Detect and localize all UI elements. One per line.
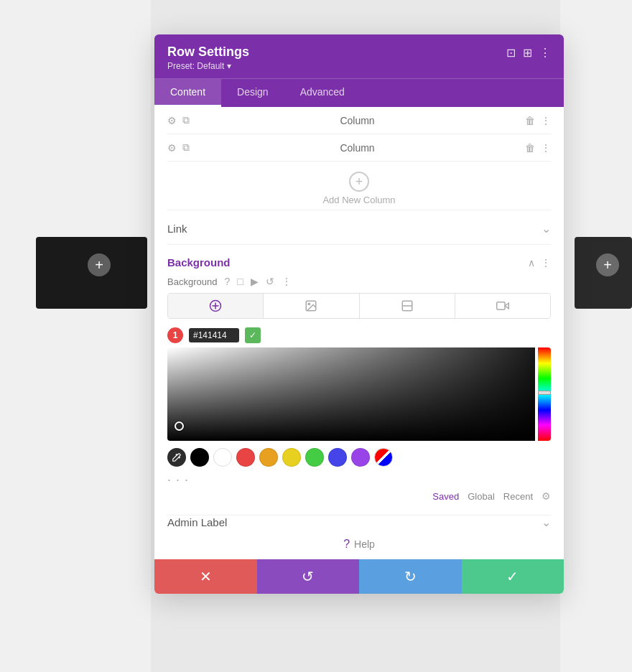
undo-icon: ↺ (302, 568, 314, 585)
swatch-orange[interactable] (259, 448, 278, 467)
column-more-icon[interactable]: ⋮ (541, 115, 551, 126)
help-row: ? Help (154, 529, 564, 559)
left-background-panel (0, 0, 151, 672)
bg-tab-color[interactable] (168, 294, 264, 318)
delete-icon-2[interactable]: 🗑 (525, 142, 535, 154)
swatch-red[interactable] (236, 448, 255, 467)
add-column-text: Add New Column (322, 195, 395, 205)
modal-header-icons: ⊡ ⊞ ⋮ (506, 46, 551, 60)
background-section-header: Background ∧ ⋮ (167, 245, 551, 276)
tab-content[interactable]: Content (154, 79, 221, 107)
admin-label-section-header: Admin Label ⌄ (154, 515, 564, 529)
row-settings-modal: Row Settings Preset: Default ▾ ⊡ ⊞ ⋮ Con… (154, 34, 564, 594)
more-options-icon[interactable]: ⋮ (539, 46, 551, 60)
add-column-right-button[interactable]: + (596, 253, 619, 276)
redo-button[interactable]: ↻ (359, 559, 462, 594)
swatch-yellow[interactable] (282, 448, 301, 467)
save-button[interactable]: ✓ (462, 559, 564, 594)
cancel-icon: ✕ (200, 568, 212, 585)
background-more-icon[interactable]: ⋮ (541, 257, 551, 269)
bg-reset-icon[interactable]: ↺ (266, 276, 274, 287)
column-label-1: Column (190, 115, 525, 126)
hue-slider-thumb (538, 391, 551, 395)
undo-button[interactable]: ↺ (257, 559, 360, 594)
swatch-purple[interactable] (351, 448, 370, 467)
right-background-panel (560, 0, 632, 672)
color-confirm-button[interactable]: ✓ (245, 327, 261, 343)
swatch-custom[interactable] (374, 448, 393, 467)
layout-icon[interactable]: ⊞ (523, 46, 532, 60)
settings-icon[interactable]: ⚙ (167, 115, 177, 126)
settings-icon-2[interactable]: ⚙ (167, 142, 177, 154)
redo-icon: ↻ (404, 568, 417, 585)
bg-help-icon[interactable]: ? (224, 276, 230, 287)
swatch-green[interactable] (305, 448, 324, 467)
more-swatches-button[interactable]: · · · (167, 472, 551, 487)
add-new-column-button[interactable]: + (349, 172, 369, 192)
admin-label-chevron-icon[interactable]: ⌄ (542, 515, 551, 529)
background-label: Background (167, 276, 217, 287)
columns-section: ⚙ ⧉ Column 🗑 ⋮ ⚙ ⧉ Column 🗑 ⋮ (154, 107, 564, 210)
svg-marker-4 (505, 303, 508, 309)
color-settings-icon[interactable]: ⚙ (542, 490, 551, 502)
background-type-tabs (167, 293, 551, 319)
color-hex-row: 1 ✓ (167, 327, 551, 343)
admin-label-title: Admin Label (167, 516, 227, 528)
column-more-icon-2[interactable]: ⋮ (541, 142, 551, 154)
link-chevron-icon[interactable]: ⌄ (542, 222, 551, 235)
color-swatches-row (167, 448, 551, 467)
duplicate-icon[interactable]: ⧉ (182, 114, 190, 126)
recent-filter[interactable]: Recent (503, 491, 533, 502)
modal-title: Row Settings (167, 45, 249, 60)
link-section-header: Link ⌄ (154, 210, 564, 244)
tab-advanced[interactable]: Advanced (284, 79, 361, 107)
global-filter[interactable]: Global (468, 491, 495, 502)
column-actions-1: 🗑 ⋮ (525, 115, 551, 126)
color-step-badge: 1 (167, 327, 183, 343)
modal-tabs: Content Design Advanced (154, 78, 564, 107)
eyedropper-swatch[interactable] (167, 448, 186, 467)
modal-header: Row Settings Preset: Default ▾ ⊡ ⊞ ⋮ (154, 34, 564, 78)
background-controls-row: Background ? □ ▶ ↺ ⋮ (167, 276, 551, 287)
background-section: Background ∧ ⋮ Background ? □ ▶ ↺ ⋮ (154, 245, 564, 515)
background-chevron-up-icon[interactable]: ∧ (528, 257, 535, 269)
saved-filter[interactable]: Saved (432, 491, 459, 502)
delete-icon[interactable]: 🗑 (525, 115, 535, 126)
swatch-white[interactable] (213, 448, 232, 467)
swatch-black[interactable] (190, 448, 209, 467)
modal-footer: ✕ ↺ ↻ ✓ (154, 559, 564, 594)
gradient-canvas[interactable] (167, 347, 535, 441)
link-section-title: Link (167, 223, 187, 235)
color-gradient-area[interactable] (167, 347, 551, 441)
background-section-title: Background (167, 256, 231, 269)
help-label[interactable]: Help (354, 538, 375, 550)
color-filter-row: Saved Global Recent ⚙ (167, 487, 551, 508)
bg-device-icon[interactable]: □ (237, 276, 243, 287)
gradient-cursor (175, 421, 184, 431)
duplicate-icon-2[interactable]: ⧉ (182, 141, 190, 154)
modal-title-group: Row Settings Preset: Default ▾ (167, 45, 249, 71)
bg-tab-gradient[interactable] (360, 294, 455, 318)
save-icon: ✓ (506, 568, 519, 585)
tab-design[interactable]: Design (221, 79, 284, 107)
bg-tab-image[interactable] (264, 294, 359, 318)
add-column-left-button[interactable]: + (88, 253, 111, 276)
column-icons-2: ⚙ ⧉ (167, 141, 190, 154)
svg-point-1 (309, 303, 310, 304)
color-hex-input[interactable] (189, 328, 239, 342)
column-actions-2: 🗑 ⋮ (525, 142, 551, 154)
hue-slider[interactable] (538, 347, 551, 441)
table-row: ⚙ ⧉ Column 🗑 ⋮ (167, 134, 551, 162)
bg-tab-video[interactable] (455, 294, 550, 318)
column-label-2: Column (190, 142, 525, 154)
responsive-icon[interactable]: ⊡ (506, 46, 516, 60)
cancel-button[interactable]: ✕ (154, 559, 257, 594)
help-circle-icon[interactable]: ? (343, 538, 350, 551)
modal-body: ⚙ ⧉ Column 🗑 ⋮ ⚙ ⧉ Column 🗑 ⋮ (154, 107, 564, 559)
svg-rect-5 (497, 302, 505, 310)
add-column-row: + Add New Column (167, 162, 551, 210)
swatch-blue[interactable] (328, 448, 347, 467)
modal-preset[interactable]: Preset: Default ▾ (167, 61, 249, 71)
bg-cursor-icon[interactable]: ▶ (251, 276, 259, 287)
bg-overflow-icon[interactable]: ⋮ (282, 276, 292, 287)
